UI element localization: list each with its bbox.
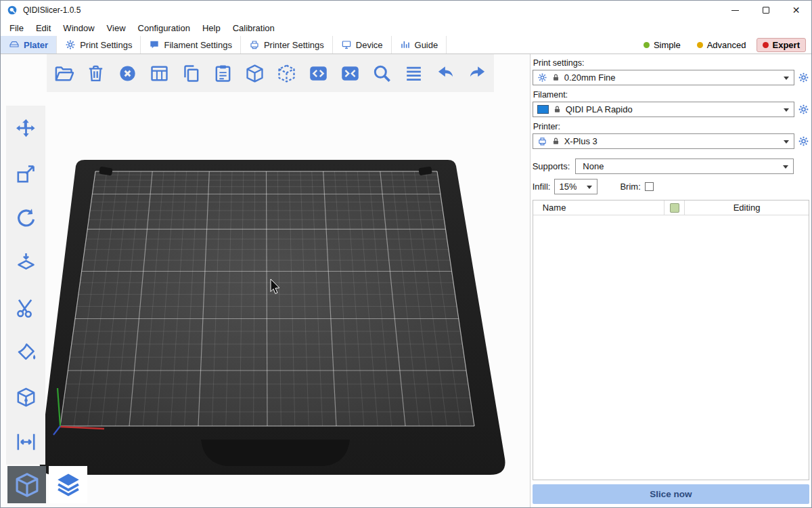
editor-view-icon <box>13 471 41 499</box>
close-button[interactable]: ✕ <box>781 1 811 20</box>
object-list-body[interactable] <box>533 215 809 480</box>
menu-window[interactable]: Window <box>57 21 100 35</box>
slice-now-button[interactable]: Slice now <box>533 484 809 504</box>
preview-view-icon <box>54 471 83 499</box>
copy-button[interactable] <box>177 60 204 87</box>
place-on-face-button[interactable] <box>12 249 39 276</box>
mode-expert-label: Expert <box>773 40 800 50</box>
mode-simple[interactable]: Simple <box>637 38 687 52</box>
print-bed-canvas[interactable] <box>1 54 530 507</box>
print-settings-dropdown[interactable]: 0.20mm Fine <box>533 70 794 85</box>
tab-filament-settings-label: Filament Settings <box>164 40 231 50</box>
tab-plater[interactable]: Plater <box>1 36 57 54</box>
mode-switcher: Simple Advanced Expert <box>633 36 811 54</box>
rotate-button[interactable] <box>12 205 39 232</box>
remove-instance-button[interactable] <box>273 60 300 87</box>
mode-expert[interactable]: Expert <box>757 38 806 52</box>
menu-edit[interactable]: Edit <box>30 21 57 35</box>
minimize-icon <box>731 10 739 11</box>
add-instance-button[interactable] <box>241 60 268 87</box>
menu-view[interactable]: View <box>101 21 132 35</box>
tab-printer-settings-label: Printer Settings <box>264 40 324 50</box>
variable-layer-height-icon <box>403 63 424 84</box>
tab-print-settings[interactable]: Print Settings <box>57 36 141 54</box>
brim-checkbox[interactable] <box>645 182 654 191</box>
delete-button[interactable] <box>82 60 109 87</box>
redo-button[interactable] <box>464 60 491 87</box>
editor-view-button[interactable] <box>7 466 46 503</box>
chevron-down-icon <box>784 140 789 146</box>
split-objects-button[interactable] <box>304 60 332 87</box>
simple-mode-dot-icon <box>644 42 650 48</box>
supports-label: Supports: <box>533 161 570 171</box>
undo-button[interactable] <box>432 60 459 87</box>
expert-mode-dot-icon <box>763 42 769 48</box>
extruder-color-swatch <box>670 203 679 213</box>
app-logo-icon <box>7 5 18 16</box>
scale-icon <box>15 163 37 185</box>
delete-icon <box>85 63 106 84</box>
menu-bar: File Edit Window View Configuration Help… <box>1 20 811 36</box>
menu-calibration[interactable]: Calibration <box>227 21 281 35</box>
printer-icon <box>537 136 547 146</box>
paint-supports-button[interactable] <box>12 339 39 366</box>
supports-dropdown[interactable]: None <box>575 158 794 174</box>
print-settings-value: 0.20mm Fine <box>564 72 616 83</box>
tab-print-settings-label: Print Settings <box>80 40 132 50</box>
viewport-3d[interactable] <box>1 54 530 507</box>
filament-gear-button[interactable] <box>798 104 809 115</box>
tab-guide[interactable]: Guide <box>392 36 447 54</box>
tab-filament-settings[interactable]: Filament Settings <box>141 36 240 54</box>
extruder-column-header <box>664 200 685 215</box>
split-parts-button[interactable] <box>336 60 363 87</box>
seam-paint-button[interactable] <box>12 383 39 410</box>
minimize-button[interactable] <box>720 1 750 20</box>
mode-advanced[interactable]: Advanced <box>691 38 752 52</box>
arrange-button[interactable] <box>145 60 173 87</box>
undo-icon <box>435 63 456 84</box>
variable-layer-height-button[interactable] <box>400 60 427 87</box>
printer-dropdown[interactable]: X-Plus 3 <box>533 133 794 149</box>
measure-button[interactable] <box>12 428 39 455</box>
move-button[interactable] <box>12 115 39 142</box>
search-icon <box>371 63 392 84</box>
chevron-down-icon <box>783 165 788 171</box>
open-button[interactable] <box>50 60 77 87</box>
infill-dropdown[interactable]: 15% <box>554 179 597 194</box>
object-list-header: Name Editing <box>533 200 809 215</box>
remove-instance-icon <box>276 63 297 84</box>
supports-value: None <box>583 161 604 171</box>
maximize-button[interactable] <box>750 1 781 20</box>
app-window: QIDISlicer-1.0.5 ✕ File Edit Window View… <box>0 0 812 508</box>
arrange-icon <box>149 63 170 84</box>
chevron-down-icon <box>587 186 592 192</box>
object-list: Name Editing <box>533 200 809 480</box>
open-icon <box>53 63 74 84</box>
delete-all-icon <box>117 63 138 84</box>
settings-sidebar: Print settings: 0.20mm Fine Filament: QI… <box>530 54 811 507</box>
tab-printer-settings[interactable]: Printer Settings <box>241 36 333 54</box>
menu-file[interactable]: File <box>3 21 30 35</box>
cut-button[interactable] <box>12 294 39 321</box>
printer-gear-button[interactable] <box>798 135 809 147</box>
scale-button[interactable] <box>12 160 39 187</box>
paste-button[interactable] <box>209 60 236 87</box>
delete-all-button[interactable] <box>114 60 141 87</box>
print-settings-gear-button[interactable] <box>798 72 809 83</box>
tab-device-label: Device <box>356 40 383 50</box>
chevron-down-icon <box>784 77 789 83</box>
gear-icon <box>798 72 809 83</box>
rotate-icon <box>15 207 37 230</box>
infill-label: Infill: <box>533 182 551 192</box>
window-title: QIDISlicer-1.0.5 <box>23 5 81 15</box>
menu-configuration[interactable]: Configuration <box>132 21 196 35</box>
tab-device[interactable]: Device <box>333 36 392 54</box>
preview-view-button[interactable] <box>49 466 87 503</box>
gear-icon <box>537 72 547 83</box>
menu-help[interactable]: Help <box>196 21 227 35</box>
search-button[interactable] <box>368 60 395 87</box>
top-toolbar <box>47 54 494 92</box>
cut-icon <box>15 297 37 319</box>
seam-paint-icon <box>15 386 37 408</box>
filament-dropdown[interactable]: QIDI PLA Rapido <box>533 102 794 117</box>
